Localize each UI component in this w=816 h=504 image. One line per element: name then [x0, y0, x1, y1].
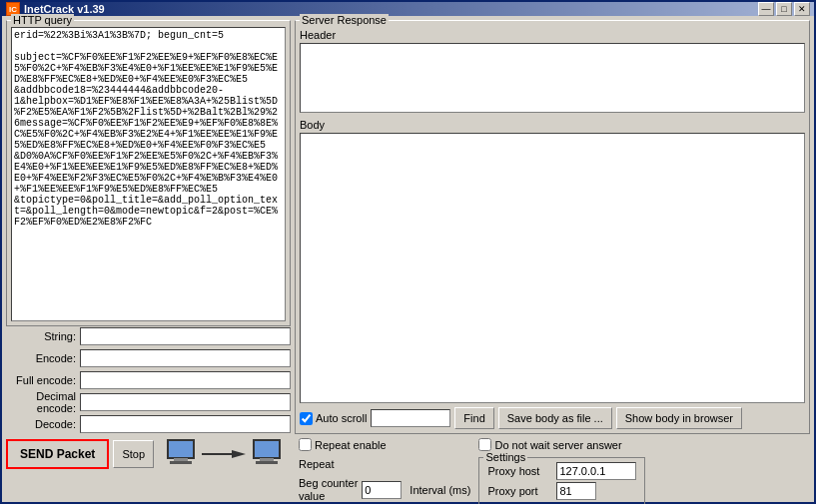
http-query-label: HTTP query — [11, 14, 74, 26]
close-button[interactable]: ✕ — [794, 2, 810, 16]
server-response-label: Server Response — [300, 14, 389, 26]
auto-scroll-checkbox-label[interactable]: Auto scroll — [300, 412, 367, 425]
string-input[interactable] — [80, 327, 291, 345]
proxy-host-input[interactable] — [556, 462, 636, 480]
body-section: Body — [300, 119, 805, 403]
repeat-section: Repeat enable Repeat Beg countervalue In… — [299, 438, 470, 504]
settings-group: Settings Proxy host Proxy port — [478, 457, 645, 504]
header-section: Header — [300, 29, 805, 115]
decimal-encode-row: Decimalencode: — [6, 392, 291, 412]
connection-line-icon — [202, 444, 252, 464]
full-encode-row: Full encode: — [6, 370, 291, 390]
find-button[interactable]: Find — [454, 407, 493, 429]
encode-input[interactable] — [80, 349, 291, 367]
computer-right-icon — [252, 438, 288, 470]
response-toolbar: Auto scroll Find Save body as file ... S… — [300, 407, 805, 429]
encode-label: Encode: — [6, 352, 76, 364]
proxy-host-label: Proxy host — [487, 465, 552, 477]
beg-counter-input[interactable] — [362, 481, 402, 499]
repeat-enable-text: Repeat enable — [315, 439, 387, 451]
full-encode-label: Full encode: — [6, 374, 76, 386]
interval-label: Interval (ms) — [409, 484, 470, 496]
svg-rect-2 — [170, 461, 192, 464]
stop-button[interactable]: Stop — [113, 440, 154, 468]
proxy-port-input[interactable] — [556, 482, 596, 500]
decimal-encode-label: Decimalencode: — [6, 390, 76, 414]
repeat-label: Repeat — [299, 458, 334, 470]
decimal-encode-input[interactable] — [80, 393, 291, 411]
do-not-wait-checkbox[interactable] — [478, 438, 491, 451]
decode-label: Decode: — [6, 418, 76, 430]
full-encode-input[interactable] — [80, 371, 291, 389]
decode-row: Decode: — [6, 414, 291, 434]
find-input[interactable] — [371, 409, 450, 427]
save-body-button[interactable]: Save body as file ... — [498, 407, 612, 429]
main-content: HTTP query String: Encode: Full encode: — [2, 16, 814, 438]
http-query-textarea[interactable] — [11, 27, 286, 321]
svg-rect-0 — [168, 440, 194, 458]
svg-rect-1 — [174, 458, 188, 461]
title-bar: IC InetCrack v1.39 — □ ✕ — [2, 2, 814, 16]
svg-rect-6 — [260, 458, 274, 461]
bottom-left-area: SEND Packet Stop — [6, 438, 291, 504]
body-label: Body — [300, 119, 805, 131]
send-stop-row: SEND Packet Stop — [6, 438, 291, 470]
svg-marker-4 — [232, 450, 246, 458]
do-not-wait-label[interactable]: Do not wait server answer — [478, 438, 645, 451]
network-visual — [166, 438, 288, 470]
proxy-port-label: Proxy port — [487, 485, 552, 497]
settings-label: Settings — [483, 451, 527, 463]
body-textarea[interactable] — [300, 133, 805, 403]
beg-counter-label: Beg countervalue — [299, 477, 358, 503]
main-window: IC InetCrack v1.39 — □ ✕ HTTP query Stri… — [0, 0, 816, 504]
bottom-area: SEND Packet Stop — [2, 438, 814, 504]
left-panel: HTTP query String: Encode: Full encode: — [6, 20, 291, 434]
string-row: String: — [6, 326, 291, 346]
string-label: String: — [6, 330, 76, 342]
proxy-host-row: Proxy host — [487, 462, 636, 480]
svg-rect-7 — [256, 461, 278, 464]
svg-rect-5 — [254, 440, 280, 458]
show-body-button[interactable]: Show body in browser — [616, 407, 742, 429]
header-label: Header — [300, 29, 805, 41]
repeat-enable-label[interactable]: Repeat enable — [299, 438, 470, 451]
right-options: Do not wait server answer Settings Proxy… — [478, 438, 645, 504]
http-query-box: HTTP query — [6, 20, 291, 326]
header-textarea[interactable] — [300, 43, 805, 113]
send-packet-button[interactable]: SEND Packet — [6, 439, 109, 469]
bottom-right-area: Repeat enable Repeat Beg countervalue In… — [299, 438, 810, 504]
minimize-button[interactable]: — — [758, 2, 774, 16]
decode-input[interactable] — [80, 415, 291, 433]
encode-row: Encode: — [6, 348, 291, 368]
repeat-enable-checkbox[interactable] — [299, 438, 312, 451]
fields-section: String: Encode: Full encode: Decimalenco… — [6, 326, 291, 434]
auto-scroll-checkbox[interactable] — [300, 412, 313, 425]
proxy-port-row: Proxy port — [487, 482, 636, 500]
computer-left-icon — [166, 438, 202, 470]
do-not-wait-text: Do not wait server answer — [494, 439, 621, 451]
maximize-button[interactable]: □ — [776, 2, 792, 16]
title-buttons: — □ ✕ — [758, 2, 810, 16]
auto-scroll-label: Auto scroll — [316, 412, 367, 424]
server-response-box: Server Response Header Body Auto scroll — [295, 20, 810, 434]
repeat-row: Repeat — [299, 454, 470, 474]
right-panel: Server Response Header Body Auto scroll — [295, 20, 810, 434]
